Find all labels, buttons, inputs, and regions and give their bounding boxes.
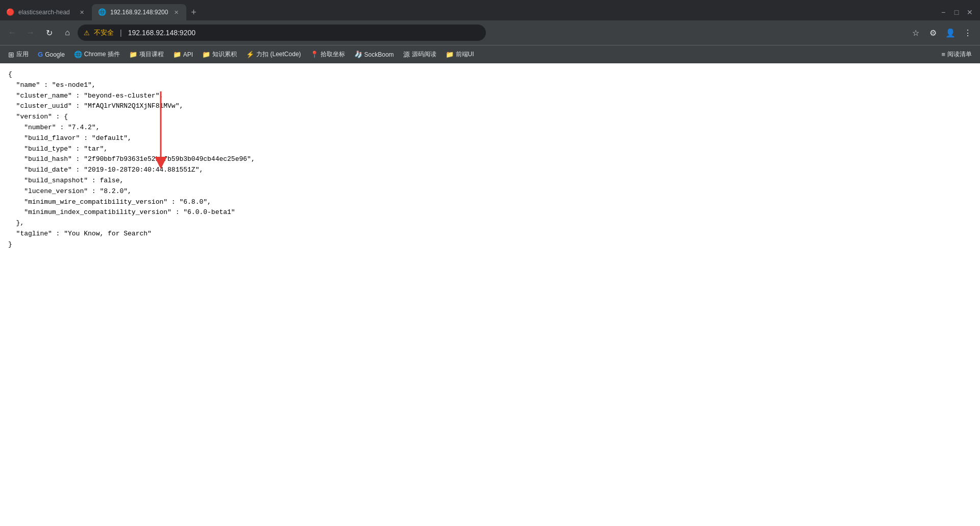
json-line: "tagline" : "You Know, for Search" xyxy=(8,229,972,240)
folder-icon-2: 📁 xyxy=(173,51,181,58)
json-line: "build_hash" : "2f90bbf7b93631e52bafb59b… xyxy=(8,154,972,165)
bookmark-chrome-ext[interactable]: 🌐 Chrome 插件 xyxy=(70,48,124,61)
maximize-button[interactable]: □ xyxy=(950,6,963,18)
json-line: "name" : "es-node1", xyxy=(8,80,972,91)
menu-button[interactable]: ⋮ xyxy=(960,25,976,41)
tab-label-2: 192.168.92.148:9200 xyxy=(110,9,168,16)
window-controls: − □ ✕ xyxy=(933,6,980,18)
bookmark-sockboom-label: SockBoom xyxy=(364,51,394,58)
chrome-icon: 🌐 xyxy=(74,51,82,58)
json-line: "lucene_version" : "8.2.0", xyxy=(8,186,972,197)
tab-favicon-2: 🌐 xyxy=(98,8,106,16)
home-button[interactable]: ⌂ xyxy=(59,25,76,41)
forward-button[interactable]: → xyxy=(22,25,39,41)
tab-elasticsearch-head[interactable]: 🔴 elasticsearch-head ✕ xyxy=(0,4,92,20)
extensions-button[interactable]: ⚙ xyxy=(925,25,941,41)
bookmark-sourcecode[interactable]: 源 源码阅读 xyxy=(399,48,440,61)
bookmark-reading-label: 阅读清单 xyxy=(947,50,972,59)
bookmark-coords-label: 拾取坐标 xyxy=(321,50,345,59)
json-line: "number" : "7.4.2", xyxy=(8,123,972,133)
bookmark-reading-list[interactable]: ≡ 阅读清单 xyxy=(937,48,976,61)
bookmark-projects[interactable]: 📁 项目课程 xyxy=(125,48,168,61)
bookmark-leetcode-label: 力扣 (LeetCode) xyxy=(256,50,301,59)
json-line: }, xyxy=(8,218,972,229)
json-line: "cluster_name" : "beyond-es-cluster", xyxy=(8,91,972,102)
bookmark-coords[interactable]: 📍 拾取坐标 xyxy=(306,48,349,61)
tab-label-1: elasticsearch-head xyxy=(18,9,74,16)
bookmark-chrome-label: Chrome 插件 xyxy=(84,50,120,59)
json-line: "minimum_wire_compatibility_version" : "… xyxy=(8,197,972,208)
bookmark-api[interactable]: 📁 API xyxy=(169,49,197,60)
bookmark-google-label: Google xyxy=(45,51,65,58)
bookmark-frontend-ui[interactable]: 📁 前端UI xyxy=(442,48,478,61)
bookmark-projects-label: 项目课程 xyxy=(139,50,164,59)
json-line: "build_flavor" : "default", xyxy=(8,133,972,144)
address-bar-row: ← → ↻ ⌂ ⚠ 不安全 | 192.168.92.148:9200 ☆ ⚙ … xyxy=(0,20,980,45)
security-warning-icon: ⚠ xyxy=(84,29,90,37)
json-line: "build_date" : "2019-10-28T20:40:44.8815… xyxy=(8,165,972,176)
bookmark-leetcode[interactable]: ⚡ 力扣 (LeetCode) xyxy=(242,48,305,61)
tab-favicon-1: 🔴 xyxy=(6,8,14,16)
browser-window: 🔴 elasticsearch-head ✕ 🌐 192.168.92.148:… xyxy=(0,0,980,526)
bookmark-knowledge-label: 知识累积 xyxy=(212,50,237,59)
json-line: "minimum_index_compatibility_version" : … xyxy=(8,207,972,218)
json-line: "version" : { xyxy=(8,112,972,123)
profile-button[interactable]: 👤 xyxy=(942,25,959,41)
list-icon: ≡ xyxy=(941,51,945,58)
bookmarks-bar: ⊞ 应用 G Google 🌐 Chrome 插件 📁 项目课程 📁 API 📁… xyxy=(0,45,980,63)
security-warning-text: 不安全 xyxy=(94,28,114,37)
close-button[interactable]: ✕ xyxy=(964,6,976,18)
folder-icon-1: 📁 xyxy=(129,51,137,58)
toolbar-right: ☆ ⚙ 👤 ⋮ xyxy=(908,25,976,41)
address-bar[interactable]: ⚠ 不安全 | 192.168.92.148:9200 xyxy=(78,25,486,41)
bookmark-api-label: API xyxy=(183,51,193,58)
sock-icon: 🧦 xyxy=(354,51,362,58)
tab-address[interactable]: 🌐 192.168.92.148:9200 ✕ xyxy=(92,4,186,20)
minimize-button[interactable]: − xyxy=(937,6,949,18)
tab-close-1[interactable]: ✕ xyxy=(78,8,86,16)
json-content: { "name" : "es-node1", "cluster_name" : … xyxy=(8,69,972,250)
json-line: "cluster_uuid" : "MfAQlrVNRN2Q1XjNF81MVw… xyxy=(8,101,972,112)
bookmark-frontend-label: 前端UI xyxy=(456,50,474,59)
folder-icon-4: 📁 xyxy=(446,51,454,58)
reload-button[interactable]: ↻ xyxy=(41,25,57,41)
bookmark-google[interactable]: G Google xyxy=(34,49,69,60)
page-content: { "name" : "es-node1", "cluster_name" : … xyxy=(0,63,980,526)
back-button[interactable]: ← xyxy=(4,25,20,41)
google-icon: G xyxy=(38,51,43,58)
bookmark-star-button[interactable]: ☆ xyxy=(908,25,924,41)
bookmark-apps[interactable]: ⊞ 应用 xyxy=(4,48,33,61)
bookmark-sockboom[interactable]: 🧦 SockBoom xyxy=(350,49,398,60)
json-line: { xyxy=(8,69,972,80)
url-text: 192.168.92.148:9200 xyxy=(128,29,195,37)
json-line: } xyxy=(8,240,972,250)
map-icon: 📍 xyxy=(310,51,318,58)
tab-close-2[interactable]: ✕ xyxy=(172,8,180,16)
new-tab-button[interactable]: + xyxy=(186,5,201,19)
leetcode-icon: ⚡ xyxy=(246,51,254,58)
bookmark-sourcecode-label: 源码阅读 xyxy=(412,50,436,59)
tab-bar: 🔴 elasticsearch-head ✕ 🌐 192.168.92.148:… xyxy=(0,0,980,20)
json-line: "build_type" : "tar", xyxy=(8,144,972,155)
bookmark-apps-label: 应用 xyxy=(16,50,29,59)
code-icon: 源 xyxy=(403,50,410,59)
bookmark-knowledge[interactable]: 📁 知识累积 xyxy=(198,48,241,61)
address-separator: | xyxy=(120,29,122,37)
folder-icon-3: 📁 xyxy=(202,51,210,58)
apps-icon: ⊞ xyxy=(8,51,14,59)
json-line: "build_snapshot" : false, xyxy=(8,176,972,186)
